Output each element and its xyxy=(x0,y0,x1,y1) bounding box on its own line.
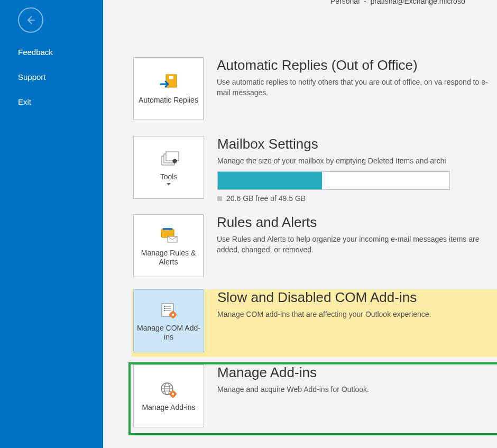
manage-addins-icon xyxy=(158,380,179,401)
rules-alerts-label: Manage Rules & Alerts xyxy=(134,249,203,267)
mailbox-usage-text: 20.6 GB free of 49.5 GB xyxy=(217,194,450,203)
tools-icon xyxy=(158,149,179,170)
tools-tile[interactable]: Tools xyxy=(133,136,204,199)
sidebar-item-support[interactable]: Support xyxy=(18,72,53,81)
svg-point-14 xyxy=(172,314,174,316)
backstage-sidebar: Feedback Support Exit xyxy=(0,0,103,448)
manage-addins-label: Manage Add-ins xyxy=(139,403,198,412)
rules-alerts-icon xyxy=(158,225,179,246)
mailbox-usage-fill xyxy=(218,172,322,189)
back-button[interactable] xyxy=(18,7,43,33)
mailbox-settings-desc: Manage the size of your mailbox by empty… xyxy=(217,156,450,166)
account-header: Personal - pratisha@Exchange.microso xyxy=(330,0,465,5)
automatic-replies-icon xyxy=(158,72,179,94)
com-addins-icon xyxy=(158,300,179,322)
svg-rect-5 xyxy=(166,152,179,161)
com-addins-desc: Manage COM add-ins that are affecting yo… xyxy=(217,309,431,319)
sidebar-item-feedback[interactable]: Feedback xyxy=(18,48,53,57)
manage-com-addins-tile[interactable]: Manage COM Add-ins xyxy=(133,289,204,352)
arrow-left-icon xyxy=(25,15,36,25)
svg-rect-7 xyxy=(163,228,172,230)
svg-rect-2 xyxy=(169,76,173,79)
rules-alerts-desc: Use Rules and Alerts to help organize yo… xyxy=(217,234,497,255)
manage-com-addins-label: Manage COM Add-ins xyxy=(134,324,204,342)
chevron-down-icon xyxy=(167,183,171,186)
main-area: Personal - pratisha@Exchange.microso Aut… xyxy=(103,0,497,448)
automatic-replies-desc: Use automatic replies to notify others t… xyxy=(217,77,497,98)
manage-addins-tile[interactable]: Manage Add-ins xyxy=(133,364,204,427)
mailbox-usage-bar xyxy=(217,171,450,190)
manage-addins-desc: Manage and acquire Web Add-ins for Outlo… xyxy=(217,384,369,395)
manage-addins-title: Manage Add-ins xyxy=(217,364,369,381)
automatic-replies-title: Automatic Replies (Out of Office) xyxy=(217,57,497,74)
rules-alerts-tile[interactable]: Manage Rules & Alerts xyxy=(133,214,204,277)
svg-point-19 xyxy=(172,393,174,395)
sidebar-item-exit[interactable]: Exit xyxy=(18,97,53,106)
automatic-replies-label: Automatic Replies xyxy=(135,96,201,105)
com-addins-title: Slow and Disabled COM Add-ins xyxy=(217,289,431,306)
usage-legend-dot xyxy=(217,196,222,201)
tools-label: Tools xyxy=(157,172,181,181)
rules-alerts-title: Rules and Alerts xyxy=(217,214,497,231)
mailbox-settings-title: Mailbox Settings xyxy=(217,136,450,152)
automatic-replies-tile[interactable]: Automatic Replies xyxy=(133,57,204,120)
